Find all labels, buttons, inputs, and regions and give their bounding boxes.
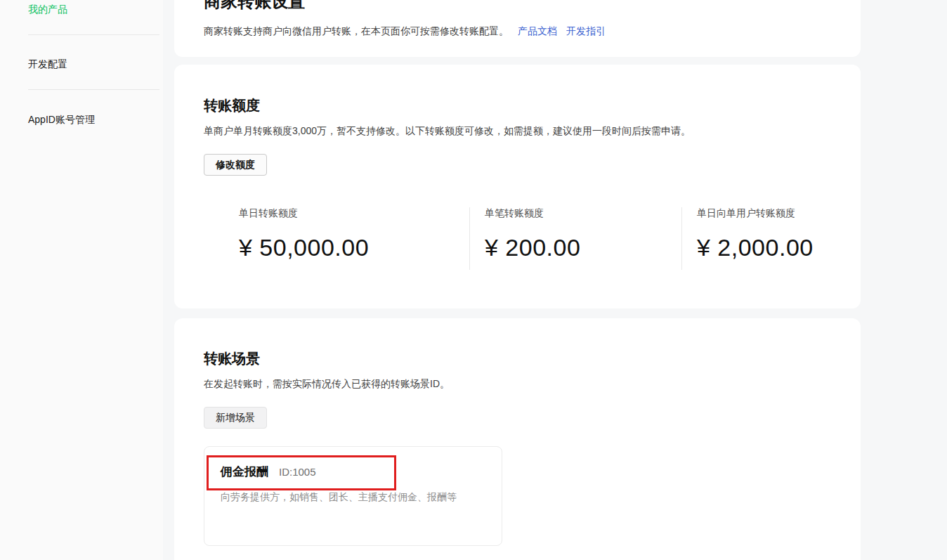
quota-section-title: 转账额度 xyxy=(204,97,831,114)
page-title: 商家转账设置 xyxy=(204,0,831,11)
quota-label: 单日转账额度 xyxy=(239,207,469,219)
sidebar-item-dev-config[interactable]: 开发配置 xyxy=(28,57,67,71)
scene-description: 向劳务提供方，如销售、团长、主播支付佣金、报酬等 xyxy=(221,488,486,505)
quota-row: 单日转账额度 ¥ 50,000.00 单笔转账额度 ¥ 200.00 单日向单用… xyxy=(204,207,831,270)
product-doc-link[interactable]: 产品文档 xyxy=(518,25,557,37)
quota-section-description: 单商户单月转账额度3,000万，暂不支持修改。以下转账额度可修改，如需提额，建议… xyxy=(204,124,831,138)
add-scene-button[interactable]: 新增场景 xyxy=(204,407,267,429)
scene-tile-commission[interactable]: 佣金报酬 ID:1005 向劳务提供方，如销售、团长、主播支付佣金、报酬等 xyxy=(204,446,502,546)
page-description: 商家转账支持商户向微信用户转账，在本页面你可按需修改转账配置。产品文档开发指引 xyxy=(204,24,831,38)
sidebar-divider xyxy=(28,89,159,90)
quota-item-single: 单笔转账额度 ¥ 200.00 xyxy=(469,207,681,270)
page-header-card: 商家转账设置 商家转账支持商户向微信用户转账，在本页面你可按需修改转账配置。产品… xyxy=(174,0,861,57)
quota-amount: ¥ 2,000.00 xyxy=(697,233,831,262)
quota-label: 单笔转账额度 xyxy=(485,207,681,219)
main-content: 商家转账设置 商家转账支持商户向微信用户转账，在本页面你可按需修改转账配置。产品… xyxy=(174,0,861,560)
transfer-scene-card: 转账场景 在发起转账时，需按实际情况传入已获得的转账场景ID。 新增场景 佣金报… xyxy=(174,318,861,560)
quota-amount: ¥ 200.00 xyxy=(485,233,681,262)
sidebar: 我的产品 开发配置 AppID账号管理 xyxy=(0,0,163,560)
quota-label: 单日向单用户转账额度 xyxy=(697,207,831,219)
page-description-text: 商家转账支持商户向微信用户转账，在本页面你可按需修改转账配置。 xyxy=(204,25,509,37)
quota-amount: ¥ 50,000.00 xyxy=(239,233,469,262)
scene-name: 佣金报酬 xyxy=(221,464,268,480)
quota-item-daily: 单日转账额度 ¥ 50,000.00 xyxy=(204,207,469,270)
scene-section-title: 转账场景 xyxy=(204,350,831,367)
sidebar-divider xyxy=(28,34,159,35)
modify-quota-button[interactable]: 修改额度 xyxy=(204,154,267,176)
sidebar-item-appid-management[interactable]: AppID账号管理 xyxy=(28,112,95,126)
transfer-quota-card: 转账额度 单商户单月转账额度3,000万，暂不支持修改。以下转账额度可修改，如需… xyxy=(174,65,861,308)
dev-guide-link[interactable]: 开发指引 xyxy=(566,25,606,37)
quota-item-daily-per-user: 单日向单用户转账额度 ¥ 2,000.00 xyxy=(681,207,831,270)
scene-section-description: 在发起转账时，需按实际情况传入已获得的转账场景ID。 xyxy=(204,377,831,391)
scene-tile-header: 佣金报酬 ID:1005 xyxy=(221,464,485,480)
scene-id: ID:1005 xyxy=(279,465,316,479)
sidebar-item-my-products[interactable]: 我的产品 xyxy=(28,2,67,16)
